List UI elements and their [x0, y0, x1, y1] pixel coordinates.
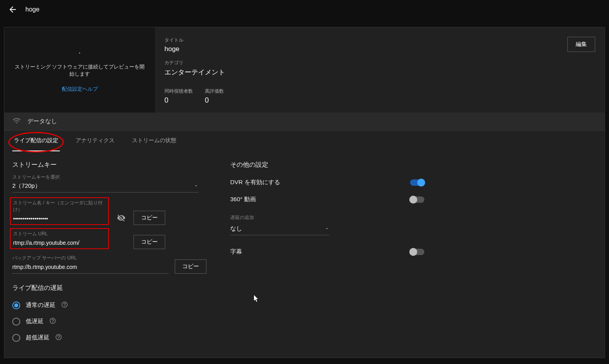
latency-normal-radio[interactable]	[12, 301, 20, 309]
status-text: データなし	[27, 118, 57, 125]
stream-url-label: ストリーム URL	[13, 231, 106, 237]
chevron-down-icon	[325, 226, 329, 232]
captions-label: 字幕	[230, 248, 242, 255]
dvr-toggle[interactable]	[410, 179, 424, 186]
category-value: エンターテイメント	[164, 68, 225, 77]
copy-stream-url-button[interactable]: コピー	[134, 235, 165, 249]
title-label: タイトル	[164, 37, 225, 44]
backup-url-field: バックアップ サーバーの URL rtmp://b.rtmp.youtube.c…	[12, 252, 168, 274]
latency-ultralow-label: 超低遅延	[26, 334, 50, 341]
latency-ultralow-radio[interactable]	[12, 334, 20, 342]
other-settings-title: その他の設定	[230, 161, 424, 169]
stream-key-value[interactable]: ••••••••••••••••••	[13, 215, 106, 223]
delay-add-value: なし	[230, 225, 242, 233]
visibility-toggle-icon[interactable]	[115, 212, 127, 225]
help-icon[interactable]	[61, 301, 68, 309]
stream-key-section-title: ストリームキー	[12, 161, 206, 169]
stream-key-label: ストリーム名 / キー（エンコーダに貼り付け）	[13, 200, 106, 213]
delay-add-select[interactable]: なし	[230, 223, 329, 235]
stream-url-field-highlight: ストリーム URL rtmp://a.rtmp.youtube.com/	[10, 228, 109, 249]
back-button[interactable]	[8, 5, 17, 14]
status-bar: データなし	[4, 112, 605, 130]
preview-panel: . ストリーミング ソフトウェアに接続してプレビューを開始します 配信設定ヘルプ	[4, 27, 155, 112]
tab-settings[interactable]: ライブ配信の設定	[12, 131, 60, 151]
page-title: hoge	[25, 6, 40, 13]
stream-key-select-label: ストリームキーを選択	[12, 174, 206, 181]
tab-stream-health[interactable]: ストリームの状態	[130, 131, 178, 151]
latency-section-title: ライブ配信の遅延	[12, 284, 206, 292]
category-label: カテゴリ	[164, 59, 225, 66]
title-value: hoge	[164, 45, 225, 53]
captions-toggle[interactable]	[410, 249, 424, 255]
360-label: 360° 動画	[230, 196, 256, 203]
stream-key-field-highlight: ストリーム名 / キー（エンコーダに貼り付け） ••••••••••••••••…	[10, 197, 109, 225]
likes-label: 高評価数	[205, 88, 224, 95]
likes-value: 0	[205, 96, 224, 105]
help-icon[interactable]	[55, 334, 62, 342]
backup-url-label: バックアップ サーバーの URL	[12, 255, 168, 261]
viewers-value: 0	[164, 96, 193, 105]
delay-add-label: 遅延の追加	[230, 214, 424, 221]
dvr-label: DVR を有効にする	[230, 179, 280, 186]
loader-icon: .	[78, 47, 80, 55]
360-toggle[interactable]	[410, 196, 424, 203]
copy-backup-url-button[interactable]: コピー	[175, 259, 206, 274]
help-icon[interactable]	[49, 317, 56, 326]
chevron-down-icon	[194, 183, 199, 189]
stream-key-select[interactable]: 2（720p）	[12, 182, 199, 192]
latency-low-label: 低遅延	[26, 318, 44, 325]
stream-key-select-value: 2（720p）	[12, 182, 41, 190]
tab-analytics[interactable]: アナリティクス	[74, 131, 116, 151]
latency-low-radio[interactable]	[12, 318, 20, 326]
main-panel: . ストリーミング ソフトウェアに接続してプレビューを開始します 配信設定ヘルプ…	[4, 27, 605, 358]
preview-message: ストリーミング ソフトウェアに接続してプレビューを開始します	[12, 63, 147, 78]
stream-url-value[interactable]: rtmp://a.rtmp.youtube.com/	[13, 239, 106, 247]
viewers-label: 同時視聴者数	[164, 88, 193, 95]
copy-stream-key-button[interactable]: コピー	[134, 211, 165, 225]
edit-button[interactable]: 編集	[567, 37, 595, 52]
stream-help-link[interactable]: 配信設定ヘルプ	[62, 86, 98, 93]
signal-icon	[12, 116, 21, 126]
latency-normal-label: 通常の遅延	[26, 301, 55, 309]
backup-url-value[interactable]: rtmp://b.rtmp.youtube.com	[12, 263, 168, 271]
